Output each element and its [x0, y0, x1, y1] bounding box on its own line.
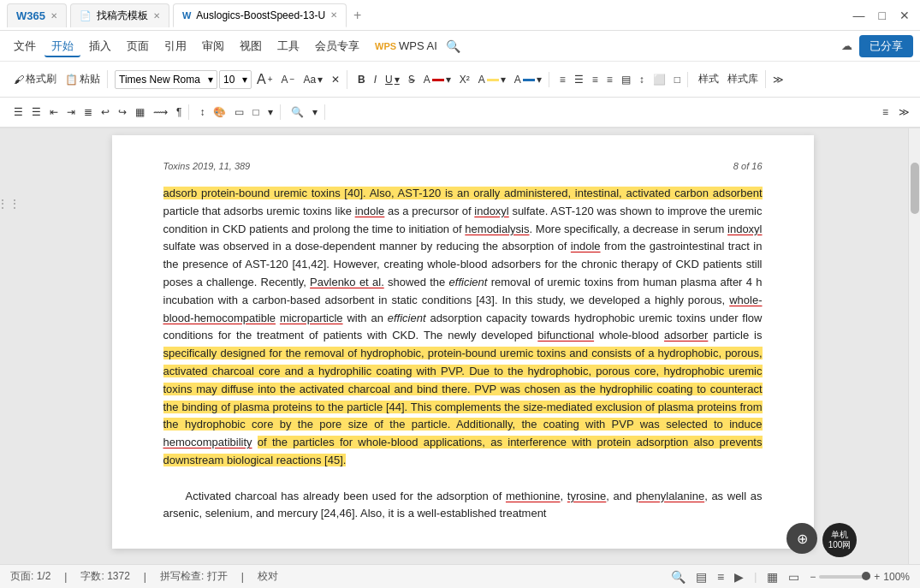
- tab-doc-close[interactable]: ✕: [330, 10, 337, 20]
- styles-gallery-button[interactable]: 样式库: [724, 70, 762, 88]
- menu-wps-ai[interactable]: WPS WPS AI: [368, 36, 444, 56]
- tab-find-template[interactable]: 📄 找稿壳模板 ✕: [70, 3, 169, 27]
- tab-find-close[interactable]: ✕: [153, 11, 160, 21]
- show-marks-button[interactable]: ¶: [173, 104, 185, 120]
- numbered-list-button[interactable]: ☰: [28, 104, 45, 120]
- more-right-button[interactable]: ≫: [895, 104, 913, 120]
- view-play-icon[interactable]: ▶: [734, 570, 744, 584]
- font-color-button[interactable]: A ▾: [420, 72, 454, 87]
- minimize-button[interactable]: —: [850, 9, 869, 22]
- menu-start[interactable]: 开始: [45, 35, 80, 57]
- corner-widgets: ⊕ 单机100网: [786, 523, 857, 557]
- clear-format-button[interactable]: ✕: [328, 72, 343, 87]
- menu-file[interactable]: 文件: [7, 35, 43, 57]
- document-page: Toxins 2019, 11, 389 8 of 16 adsorb prot…: [112, 135, 814, 549]
- paragraph-2: Activated charcoal has already been used…: [163, 488, 763, 524]
- underline-hemocompatibility: hemocompatibility: [163, 436, 252, 448]
- sort-button[interactable]: ⟿: [150, 104, 171, 120]
- view-outline-icon[interactable]: ≡: [717, 570, 724, 584]
- view-print-icon[interactable]: 🔍: [671, 570, 686, 584]
- font-name-selector[interactable]: Times New Roma ▾: [115, 70, 217, 89]
- align-distribute-button[interactable]: ≣: [80, 104, 96, 120]
- strikethrough-button[interactable]: S̶: [405, 72, 418, 87]
- borders2-button[interactable]: ▭: [231, 104, 247, 120]
- shading2-button[interactable]: 🎨: [210, 104, 229, 120]
- document-area[interactable]: Toxins 2019, 11, 389 8 of 16 adsorb prot…: [17, 128, 908, 564]
- status-spell-check: 拼写检查: 打开: [160, 569, 228, 584]
- close-button[interactable]: ✕: [896, 9, 913, 22]
- decrease-indent-button[interactable]: ⇤: [46, 104, 62, 120]
- zoom-slider[interactable]: [819, 575, 870, 579]
- italic-button[interactable]: I: [371, 72, 380, 87]
- find-more-button[interactable]: ▾: [309, 104, 321, 120]
- bold-button[interactable]: B: [354, 72, 369, 87]
- text-color-button[interactable]: A ▾: [511, 72, 545, 87]
- zoom-level-text: 100%: [883, 571, 910, 583]
- align-center-button[interactable]: ☰: [571, 72, 587, 87]
- align-right-button[interactable]: ≡: [589, 72, 602, 87]
- menu-tools[interactable]: 工具: [270, 35, 306, 57]
- borders-button[interactable]: □: [671, 72, 684, 87]
- share-button[interactable]: 已分享: [859, 35, 913, 57]
- right-align-button[interactable]: ≡: [879, 104, 892, 120]
- columns-button[interactable]: ▤: [618, 72, 634, 87]
- borders4-button[interactable]: ▾: [264, 104, 276, 120]
- tab-add-button[interactable]: +: [350, 8, 365, 23]
- menu-review[interactable]: 审阅: [195, 35, 231, 57]
- paragraph-1: adsorb protein-bound uremic toxins [40].…: [163, 185, 763, 470]
- menu-insert[interactable]: 插入: [82, 35, 118, 57]
- maximize-button[interactable]: □: [875, 9, 889, 22]
- line-spacing2-button[interactable]: ↕: [196, 104, 208, 120]
- underline-button[interactable]: U ▾: [382, 72, 403, 87]
- tab-doc[interactable]: W Auslogics-BoostSpeed-13-U ✕: [173, 3, 347, 27]
- menu-vip[interactable]: 会员专享: [308, 35, 366, 57]
- find-template-icon: 📄: [80, 10, 92, 21]
- scroll-thumb[interactable]: [911, 163, 919, 214]
- status-proofing: 校对: [258, 569, 278, 584]
- view-layout-icon[interactable]: ▭: [788, 570, 799, 584]
- superscript-button[interactable]: X²: [456, 72, 473, 87]
- zoom-control[interactable]: − + 100%: [810, 571, 910, 583]
- font-size-selector[interactable]: 10 ▾: [219, 70, 252, 89]
- view-grid-icon[interactable]: ▦: [767, 570, 778, 584]
- bullet-list-button[interactable]: ☰: [10, 104, 27, 120]
- increase-indent-button[interactable]: ⇥: [63, 104, 79, 120]
- zoom-plus-button[interactable]: +: [874, 571, 880, 583]
- menu-view[interactable]: 视图: [233, 35, 269, 57]
- underline-tyrosine: tyrosine: [567, 490, 607, 502]
- menu-reference[interactable]: 引用: [157, 35, 193, 57]
- menu-search-icon[interactable]: 🔍: [446, 39, 460, 53]
- zoom-minus-button[interactable]: −: [810, 571, 816, 583]
- right-scrollbar[interactable]: [908, 128, 920, 564]
- format-painter-button[interactable]: 🖌 格式刷: [10, 70, 60, 88]
- justify-button[interactable]: ≡: [603, 72, 616, 87]
- text-color-label: A: [514, 74, 521, 86]
- columns2-button[interactable]: ▦: [132, 104, 148, 120]
- find-button[interactable]: 🔍: [288, 104, 307, 120]
- tab-w365-close[interactable]: ✕: [50, 11, 57, 21]
- highlight-span-2: specifically designed for the removal of…: [163, 347, 763, 431]
- font-size-dec-button[interactable]: A −: [278, 72, 299, 87]
- rtl-button[interactable]: ↩: [98, 104, 113, 120]
- paste-button[interactable]: 📋 粘贴: [62, 70, 104, 88]
- font-name-value: Times New Roma: [119, 74, 200, 86]
- styles-gallery-label: 样式库: [727, 72, 758, 86]
- change-case-button[interactable]: Aa ▾: [300, 72, 326, 87]
- view-web-icon[interactable]: ▤: [696, 570, 707, 584]
- line-spacing-button[interactable]: ↕: [636, 72, 648, 87]
- site-widget-button[interactable]: 单机100网: [822, 523, 857, 557]
- styles-button[interactable]: 样式: [695, 70, 722, 88]
- more-options-button[interactable]: ≫: [769, 72, 787, 87]
- menu-page[interactable]: 页面: [120, 35, 156, 57]
- tab-w365[interactable]: W365 ✕: [7, 3, 67, 27]
- borders3-button[interactable]: □: [249, 104, 262, 120]
- rtl2-button[interactable]: ↪: [115, 104, 130, 120]
- align-left-button[interactable]: ≡: [556, 72, 569, 87]
- underline-indole-1: indole: [355, 205, 385, 217]
- cloud-icon[interactable]: ☁: [841, 39, 852, 52]
- shading-button[interactable]: ⬜: [650, 72, 669, 87]
- list-group: ☰ ☰ ⇤ ⇥ ≣ ↩ ↪ ▦ ⟿ ¶: [7, 104, 189, 120]
- font-size-inc-button[interactable]: A +: [253, 70, 276, 89]
- highlight-button[interactable]: A ▾: [475, 72, 509, 87]
- zoom-widget-button[interactable]: ⊕: [786, 523, 817, 554]
